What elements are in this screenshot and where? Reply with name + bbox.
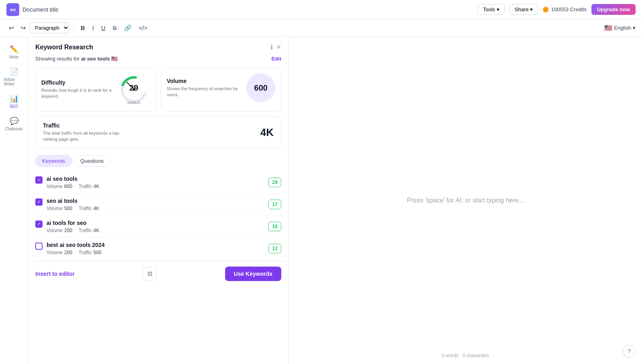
editor-placeholder: Press 'space' for AI, or start typing he…: [407, 197, 524, 204]
gauge-label: 29: [129, 84, 138, 92]
insert-to-editor-button[interactable]: Insert to editor: [35, 271, 75, 277]
redo-button[interactable]: ↪: [18, 22, 28, 33]
keyword-item-left: seo ai tools Volume 500 Traffic 4K: [35, 198, 99, 211]
keyword-tabs: Keywords Questions: [28, 155, 288, 170]
keyword-item: ai seo tools Volume 600 Traffic 4K 29: [35, 172, 281, 194]
paragraph-select[interactable]: Paragraph: [30, 22, 69, 33]
difficulty-badge-2: 17: [268, 200, 281, 209]
difficulty-card: Difficulty Reveals how tough it is to ra…: [35, 67, 156, 111]
credits-badge: 100553 Credits: [543, 6, 586, 12]
share-button[interactable]: Share ▾: [510, 4, 538, 15]
gauge-chart: 29 Medium: [118, 73, 150, 105]
help-button[interactable]: ?: [623, 345, 636, 358]
difficulty-badge-4: 12: [268, 244, 281, 253]
use-keywords-button[interactable]: Use Keywords: [225, 267, 281, 281]
edit-button[interactable]: Edit: [271, 56, 281, 62]
traffic-value: 4K: [260, 126, 274, 139]
copy-button[interactable]: ⧉: [143, 267, 156, 281]
volume-title: Volume: [167, 78, 247, 84]
keyword-info-3: ai tools for seo Volume 200 Traffic 4K: [47, 220, 99, 233]
keyword-checkbox-3[interactable]: [35, 220, 43, 228]
keyword-item-left: ai seo tools Volume 600 Traffic 4K: [35, 176, 99, 189]
tab-questions[interactable]: Questions: [73, 155, 111, 167]
sidebar-item-article-writer[interactable]: 📄 Article Writer: [2, 64, 26, 89]
tab-keywords[interactable]: Keywords: [35, 155, 72, 167]
underline-button[interactable]: U: [98, 23, 108, 33]
traffic-info: Traffic The total traffic from all keywo…: [43, 122, 131, 143]
chevron-down-icon: ▾: [633, 25, 636, 31]
toolbar-left: ↩ ↪ Paragraph B I U S 🔗 </>: [6, 22, 150, 33]
traffic-title: Traffic: [43, 122, 131, 129]
difficulty-visual: 29 Medium: [118, 73, 150, 105]
chevron-down-icon: ▾: [530, 6, 533, 12]
app-logo: ws: [6, 3, 19, 16]
keyword-item-left: ai tools for seo Volume 200 Traffic 4K: [35, 220, 99, 233]
word-count: 0 words 0 characters: [442, 353, 489, 358]
volume-visual: 600: [246, 73, 275, 102]
keyword-item: ai tools for seo Volume 200 Traffic 4K 1…: [35, 216, 281, 238]
showing-bar: Showing results for ai seo tools 🇺🇸 Edit: [28, 56, 288, 67]
italic-button[interactable]: I: [89, 23, 97, 33]
flag-icon: 🇺🇸: [604, 24, 612, 32]
chevron-down-icon: ▾: [497, 6, 500, 12]
language-selector[interactable]: 🇺🇸 English ▾: [604, 24, 636, 32]
difficulty-title: Difficulty: [41, 79, 118, 86]
volume-card: Volume Shows the frequency of searches b…: [161, 67, 282, 111]
sidebar-item-seo[interactable]: 📊 SEO: [2, 91, 26, 112]
kw-meta-3: Volume 200 Traffic 4K: [47, 228, 99, 233]
credits-icon: [543, 7, 549, 12]
difficulty-desc: Reveals how tough it is to rank for a ke…: [41, 87, 118, 100]
header-left: ws Document title: [6, 3, 58, 16]
sidebar-item-write[interactable]: ✏️ Write: [2, 42, 26, 63]
article-icon: 📄: [10, 67, 18, 76]
kw-meta-1: Volume 600 Traffic 4K: [47, 184, 99, 189]
toolbar: ↩ ↪ Paragraph B I U S 🔗 </> 🇺🇸 English ▾: [0, 19, 642, 37]
sidebar: ✏️ Write 📄 Article Writer 📊 SEO 💬 Chatso…: [0, 37, 28, 364]
panel-header: Keyword Research ℹ ✕: [28, 37, 288, 56]
code-button[interactable]: </>: [136, 23, 150, 33]
write-icon: ✏️: [10, 45, 18, 54]
keyword-item: best ai seo tools 2024 Volume 200 Traffi…: [35, 238, 281, 260]
keyword-info-4: best ai seo tools 2024 Volume 200 Traffi…: [47, 242, 105, 255]
tools-button[interactable]: Tools ▾: [477, 4, 504, 15]
close-button[interactable]: ✕: [276, 43, 281, 51]
keyword-list: ai seo tools Volume 600 Traffic 4K 29 se…: [28, 170, 288, 261]
panel-header-actions: ℹ ✕: [270, 43, 281, 51]
link-button[interactable]: 🔗: [121, 23, 134, 33]
header-right: Tools ▾ Share ▾ 100553 Credits Upgrade n…: [477, 4, 636, 15]
keyword-info-1: ai seo tools Volume 600 Traffic 4K: [47, 176, 99, 189]
main-layout: ✏️ Write 📄 Article Writer 📊 SEO 💬 Chatso…: [0, 37, 642, 364]
seo-icon: 📊: [10, 94, 18, 103]
bold-button[interactable]: B: [78, 23, 88, 33]
kw-meta-4: Volume 200 Traffic 500: [47, 250, 105, 255]
difficulty-badge-1: 29: [268, 178, 281, 187]
keyword-checkbox-1[interactable]: [35, 176, 43, 184]
traffic-card: Traffic The total traffic from all keywo…: [35, 116, 281, 149]
keyword-panel: Keyword Research ℹ ✕ Showing results for…: [28, 37, 289, 364]
keyword-checkbox-4[interactable]: [35, 243, 43, 250]
traffic-desc: The total traffic from all keywords a to…: [43, 130, 131, 143]
difficulty-badge-3: 18: [268, 222, 281, 231]
keyword-checkbox-2[interactable]: [35, 198, 43, 206]
toolbar-divider: [73, 24, 74, 32]
keyword-info-2: seo ai tools Volume 500 Traffic 4K: [47, 198, 99, 211]
volume-circle: 600: [246, 73, 275, 102]
panel-footer: Insert to editor ⧉ Use Keywords: [28, 261, 288, 286]
header: ws Document title Tools ▾ Share ▾ 100553…: [0, 0, 642, 19]
upgrade-button[interactable]: Upgrade now: [591, 4, 636, 15]
keyword-item: seo ai tools Volume 500 Traffic 4K 17: [35, 194, 281, 216]
strikethrough-button[interactable]: S: [110, 23, 120, 33]
panel-title: Keyword Research: [35, 44, 93, 51]
metrics-grid: Difficulty Reveals how tough it is to ra…: [28, 67, 288, 116]
document-title: Document title: [22, 6, 58, 13]
keyword-item-left: best ai seo tools 2024 Volume 200 Traffi…: [35, 242, 105, 255]
editor-area[interactable]: Press 'space' for AI, or start typing he…: [289, 37, 642, 364]
chat-icon: 💬: [10, 117, 18, 125]
sidebar-item-chatsonic[interactable]: 💬 Chatsonic: [2, 113, 26, 134]
showing-text: Showing results for ai seo tools 🇺🇸: [35, 56, 118, 62]
kw-meta-2: Volume 500 Traffic 4K: [47, 206, 99, 211]
volume-desc: Shows the frequency of searches by users…: [167, 86, 247, 98]
info-button[interactable]: ℹ: [270, 43, 273, 51]
undo-button[interactable]: ↩: [6, 22, 16, 33]
